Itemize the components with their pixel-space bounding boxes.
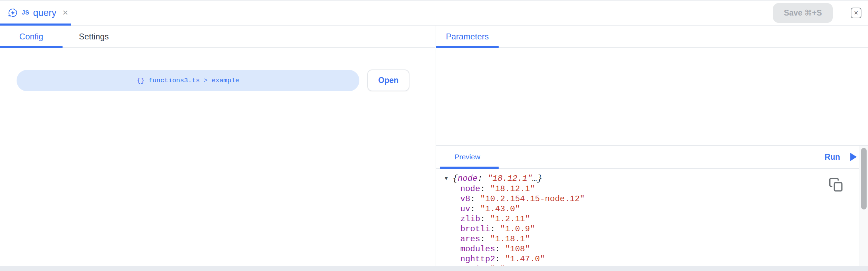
console-entry: v8: "10.2.154.15-node.12" [460,194,868,204]
transformer-icon [8,8,18,18]
tab-settings[interactable]: Settings [63,26,125,47]
copy-icon [829,177,844,192]
console-entry: napi: "8" [460,264,868,265]
tab-close-icon[interactable]: ✕ [62,9,68,17]
console-entry: nghttp2: "1.47.0" [460,254,868,264]
config-panel: Config Settings {} functions3.ts > examp… [0,26,435,266]
bottom-strip [0,266,868,271]
run-label: Run [824,152,840,162]
console-entry: ares: "1.18.1" [460,234,868,244]
summary-value: "18.12.1" [488,174,532,183]
json-value: "108" [505,244,530,254]
open-button[interactable]: Open [367,69,409,91]
json-value: "1.2.11" [490,214,530,224]
json-key: uv [460,204,470,214]
scrollbar-thumb[interactable] [861,148,867,209]
json-value: "18.12.1" [490,184,535,194]
json-colon: : [480,184,490,194]
json-key: ares [460,234,480,244]
run-button[interactable]: Run [824,146,858,168]
console-entry: brotli: "1.0.9" [460,224,868,234]
object-preview: {node: "18.12.1"…} [453,174,542,184]
summary-brace: { [453,174,457,183]
right-panel-tabs: Parameters [436,26,868,48]
play-icon [849,152,858,161]
json-key: brotli [460,224,490,234]
json-colon: : [490,224,500,234]
json-value: "8" [490,264,505,265]
console-entries: node: "18.12.1"v8: "10.2.154.15-node.12"… [444,184,868,265]
function-reference-pill[interactable]: {} functions3.ts > example [17,70,359,91]
parameters-body [436,48,868,145]
json-value: "10.2.154.15-node.12" [480,194,585,204]
console-entry: modules: "108" [460,244,868,254]
copy-button[interactable] [829,177,844,192]
console-entry: uv: "1.43.0" [460,204,868,214]
tab-preview[interactable]: Preview [436,146,499,168]
json-colon: : [495,244,505,254]
query-tab-title: query [33,8,57,18]
summary-ellipsis-brace: …} [532,174,542,183]
summary-key: node [457,174,478,183]
json-value: "1.43.0" [480,204,520,214]
parameters-panel: Parameters Preview Run ▼ {node: "18.12.1… [436,26,868,266]
json-colon: : [470,194,480,204]
js-badge: JS [22,9,29,16]
tab-parameters-label: Parameters [446,32,489,41]
close-icon: ✕ [854,10,858,16]
summary-colon: : [478,174,488,183]
console-entry: zlib: "1.2.11" [460,214,868,224]
tab-preview-label: Preview [454,153,480,161]
tab-parameters[interactable]: Parameters [436,26,499,47]
save-button[interactable]: Save ⌘+S [773,3,833,23]
json-value: "1.0.9" [500,224,535,234]
preview-console: ▼ {node: "18.12.1"…} node: "18.12.1"v8: … [436,169,868,265]
scrollbar-track[interactable] [859,146,868,266]
preview-bar: Preview Run [436,145,868,169]
query-tab[interactable]: JS query ✕ [0,1,75,25]
console-summary-line: ▼ {node: "18.12.1"…} [444,174,868,184]
json-key: napi [460,264,480,265]
json-key: zlib [460,214,480,224]
json-colon: : [480,234,490,244]
json-key: nghttp2 [460,254,495,264]
json-key: v8 [460,194,470,204]
left-panel-tabs: Config Settings [0,26,435,48]
json-colon: : [480,264,490,265]
console-entry: node: "18.12.1" [460,184,868,194]
disclosure-triangle-icon[interactable]: ▼ [444,173,453,183]
tab-config[interactable]: Config [0,26,63,47]
json-value: "1.47.0" [505,254,545,264]
json-value: "1.18.1" [490,234,530,244]
json-colon: : [470,204,480,214]
tab-config-label: Config [19,32,43,41]
titlebar: JS query ✕ Save ⌘+S ✕ [0,0,868,26]
json-colon: : [495,254,505,264]
json-colon: : [480,214,490,224]
function-row: {} functions3.ts > example Open [17,69,435,91]
tab-settings-label: Settings [79,32,109,41]
json-key: modules [460,244,495,254]
panel-close-button[interactable]: ✕ [851,8,861,18]
json-key: node [460,184,480,194]
